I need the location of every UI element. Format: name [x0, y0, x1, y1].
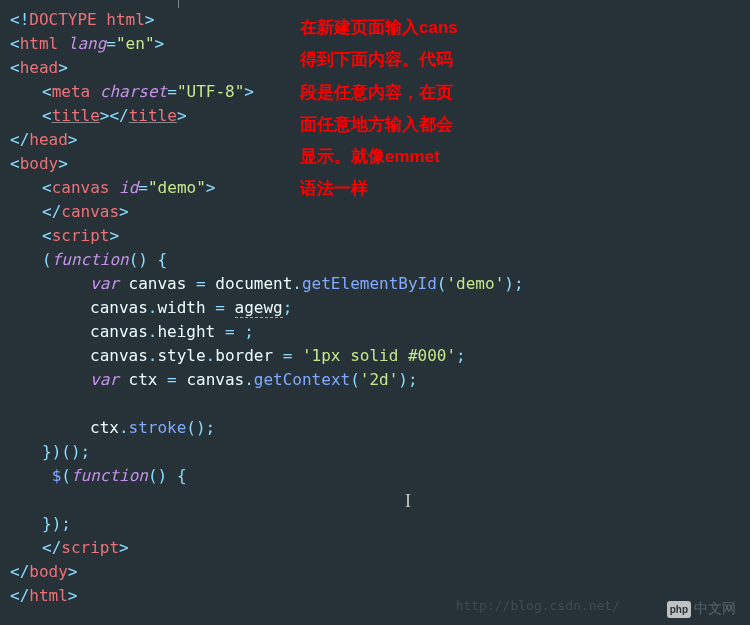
annotation-line: 在新建页面输入cans [300, 12, 458, 44]
text-cursor-icon: I [405, 488, 411, 515]
code-line: $(function() { [10, 464, 740, 488]
logo-text: 中文网 [694, 600, 736, 616]
annotation-line: 得到下面内容。代码 [300, 44, 458, 76]
code-line: (function() { [10, 248, 740, 272]
code-line: ctx.stroke(); [10, 416, 740, 440]
annotation-line: 显示。就像emmet [300, 141, 458, 173]
code-line: canvas.height = ; [10, 320, 740, 344]
code-line: }); [10, 512, 740, 536]
code-line: })(); [10, 440, 740, 464]
code-line: canvas.style.border = '1px solid #000'; [10, 344, 740, 368]
annotation-line: 段是任意内容，在页 [300, 77, 458, 109]
code-line: var ctx = canvas.getContext('2d'); [10, 368, 740, 392]
code-line: <script> [10, 224, 740, 248]
logo-badge: php [667, 601, 691, 618]
code-line: canvas.width = agewg; [10, 296, 740, 320]
code-line: </html> [10, 584, 740, 608]
ruler-mark [178, 0, 179, 8]
annotation-line: 语法一样 [300, 173, 458, 205]
code-line: var canvas = document.getElementById('de… [10, 272, 740, 296]
code-line: </body> [10, 560, 740, 584]
annotation-overlay: 在新建页面输入cans 得到下面内容。代码 段是任意内容，在页 面任意地方输入都… [300, 12, 458, 206]
code-line: </script> [10, 536, 740, 560]
watermark-logo: php中文网 [667, 598, 736, 619]
annotation-line: 面任意地方输入都会 [300, 109, 458, 141]
watermark-url: http://blog.csdn.net/ [456, 596, 620, 616]
code-line [10, 392, 740, 416]
code-line [10, 488, 740, 512]
